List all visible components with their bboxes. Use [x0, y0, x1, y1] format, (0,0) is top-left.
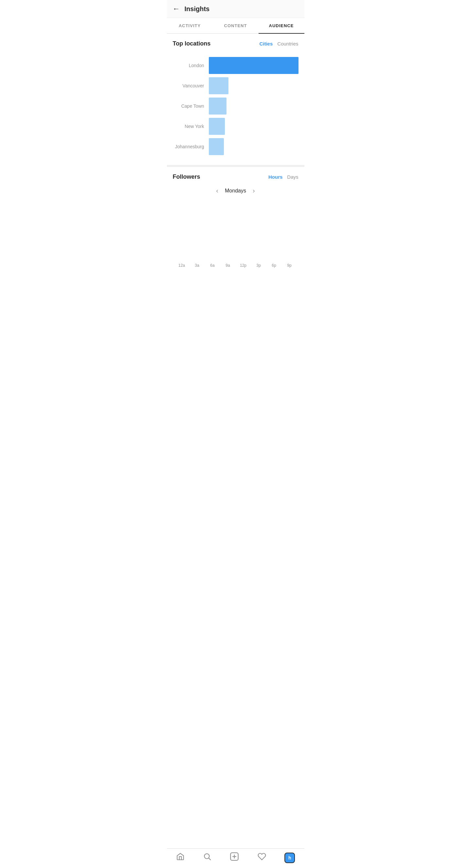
top-locations-section: Top locations Cities Countries London Va… [167, 34, 305, 167]
countries-toggle[interactable]: Countries [277, 41, 298, 46]
location-toggle-group: Cities Countries [259, 41, 298, 46]
hours-toggle[interactable]: Hours [269, 174, 282, 180]
bar-row-johannesburg: Johannesburg [173, 138, 299, 155]
v-bar-label-6p: 6p [272, 263, 276, 268]
days-toggle[interactable]: Days [287, 174, 298, 180]
bar-outer-vancouver [209, 77, 299, 94]
v-bar-3a: 3a [190, 260, 205, 268]
bottom-navigation: h [167, 848, 305, 868]
v-bar-label-9p: 9p [287, 263, 291, 268]
bar-outer-johannesburg [209, 138, 299, 155]
followers-header: Followers Hours Days [173, 174, 299, 180]
top-locations-header: Top locations Cities Countries [173, 40, 299, 47]
bar-label-london: London [173, 63, 209, 68]
back-button[interactable]: ← [173, 5, 180, 13]
v-bar-9p: 9p [282, 260, 297, 268]
tab-audience[interactable]: AUDIENCE [258, 18, 305, 33]
v-bar-label-12a: 12a [178, 263, 185, 268]
v-bar-12a: 12a [174, 260, 190, 268]
bar-fill-london [209, 57, 299, 74]
heart-nav-button[interactable] [258, 852, 266, 863]
add-nav-button[interactable] [230, 852, 239, 863]
bar-outer-newyork [209, 118, 299, 135]
followers-toggle-group: Hours Days [269, 174, 299, 180]
bar-row-capetown: Cape Town [173, 97, 299, 115]
home-nav-button[interactable] [176, 852, 185, 863]
top-locations-chart: London Vancouver Cape Town [173, 54, 299, 162]
svg-line-1 [209, 858, 211, 860]
bar-row-vancouver: Vancouver [173, 77, 299, 94]
profile-nav-button[interactable]: h [284, 852, 295, 863]
svg-point-0 [204, 854, 209, 859]
v-bar-label-3a: 3a [195, 263, 199, 268]
bar-label-capetown: Cape Town [173, 103, 209, 108]
bar-label-johannesburg: Johannesburg [173, 144, 209, 149]
v-bar-12p: 12p [236, 260, 251, 268]
bar-row-newyork: New York [173, 118, 299, 135]
v-bar-3p: 3p [251, 260, 266, 268]
next-day-button[interactable]: › [253, 187, 255, 194]
v-bar-9a: 9a [220, 260, 236, 268]
bar-fill-johannesburg [209, 138, 224, 155]
v-bar-6a: 6a [205, 260, 220, 268]
bar-label-newyork: New York [173, 124, 209, 129]
bar-fill-capetown [209, 97, 227, 115]
tab-activity[interactable]: ACTIVITY [167, 18, 213, 33]
bar-fill-newyork [209, 118, 225, 135]
tab-content[interactable]: CONTENT [213, 18, 258, 33]
cities-toggle[interactable]: Cities [259, 41, 273, 46]
top-locations-title: Top locations [173, 40, 211, 47]
bar-label-vancouver: Vancouver [173, 83, 209, 88]
prev-day-button[interactable]: ‹ [216, 187, 218, 194]
v-bar-label-6a: 6a [210, 263, 214, 268]
current-day-label: Mondays [225, 188, 246, 194]
bar-fill-vancouver [209, 77, 228, 94]
bar-outer-capetown [209, 97, 299, 115]
day-navigation: ‹ Mondays › [173, 187, 299, 194]
v-bar-label-9a: 9a [225, 263, 230, 268]
followers-section: Followers Hours Days ‹ Mondays › 12a 3a [167, 167, 305, 271]
v-bar-6p: 6p [266, 260, 282, 268]
bar-row-london: London [173, 57, 299, 74]
v-bar-label-12p: 12p [240, 263, 247, 268]
bar-outer-london [209, 57, 299, 74]
followers-chart: 12a 3a 6a 9a 12p 3p [173, 202, 299, 268]
search-nav-button[interactable] [203, 852, 212, 863]
followers-title: Followers [173, 174, 200, 180]
v-bar-label-3p: 3p [256, 263, 260, 268]
page-title: Insights [185, 5, 210, 13]
app-header: ← Insights [167, 0, 305, 18]
tab-bar: ACTIVITY CONTENT AUDIENCE [167, 18, 305, 34]
